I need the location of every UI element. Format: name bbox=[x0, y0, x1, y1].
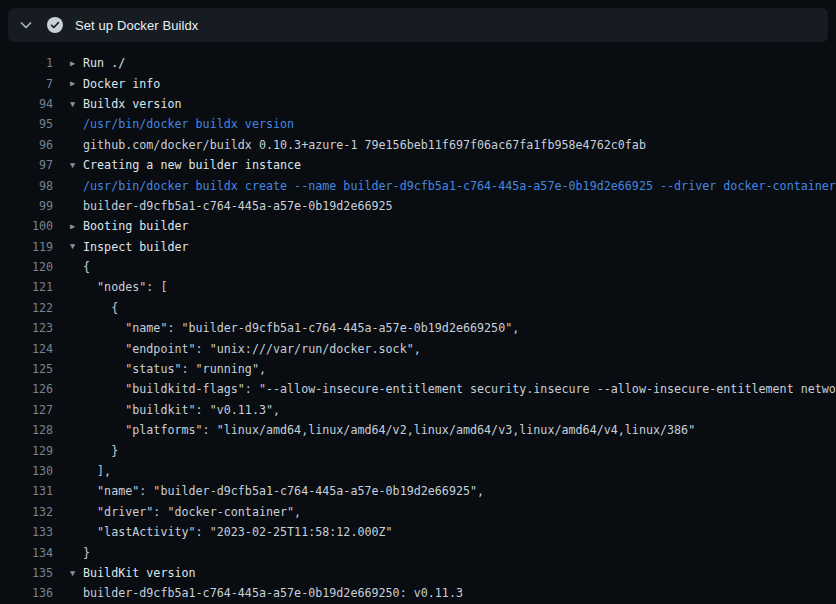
group-expanded-icon[interactable]: ▼ bbox=[70, 100, 83, 109]
line-number-link[interactable]: 94 bbox=[0, 97, 53, 111]
output-text: "name": "builder-d9cfb5a1-c764-445a-a57e… bbox=[83, 321, 519, 335]
group-label[interactable]: Booting builder bbox=[83, 219, 189, 233]
group-expanded-icon[interactable]: ▼ bbox=[70, 161, 83, 170]
line-number-link[interactable]: 7 bbox=[0, 77, 53, 91]
line-number-link[interactable]: 127 bbox=[0, 403, 53, 417]
group-collapsed-icon[interactable]: ▶ bbox=[70, 222, 83, 231]
output-text: "driver": "docker-container", bbox=[83, 505, 301, 519]
line-number-link[interactable]: 119 bbox=[0, 240, 53, 254]
line-number-link[interactable]: 99 bbox=[0, 199, 53, 213]
log-line: 125 "status": "running", bbox=[0, 359, 836, 379]
log-line: 7▶Docker info bbox=[0, 73, 836, 93]
line-number-link[interactable]: 95 bbox=[0, 117, 53, 131]
command-text: /usr/bin/docker buildx create --name bui… bbox=[83, 179, 836, 193]
line-number-link[interactable]: 100 bbox=[0, 219, 53, 233]
log-line: 94▼Buildx version bbox=[0, 94, 836, 114]
log-line: 96github.com/docker/buildx 0.10.3+azure-… bbox=[0, 135, 836, 155]
log-line: 1▶Run ./ bbox=[0, 53, 836, 73]
output-text: "lastActivity": "2023-02-25T11:58:12.000… bbox=[83, 525, 393, 539]
line-number-link[interactable]: 131 bbox=[0, 484, 53, 498]
chevron-down-icon[interactable] bbox=[18, 17, 34, 33]
log-line: 130 ], bbox=[0, 461, 836, 481]
line-number-link[interactable]: 126 bbox=[0, 382, 53, 396]
line-number-link[interactable]: 122 bbox=[0, 301, 53, 315]
log-viewer: 1▶Run ./7▶Docker info94▼Buildx version95… bbox=[0, 53, 836, 604]
output-text: "name": "builder-d9cfb5a1-c764-445a-a57e… bbox=[83, 484, 484, 498]
line-number-link[interactable]: 133 bbox=[0, 525, 53, 539]
step-title: Set up Docker Buildx bbox=[75, 18, 198, 33]
output-text: "status": "running", bbox=[83, 362, 266, 376]
group-label[interactable]: Docker info bbox=[83, 77, 160, 91]
log-line: 127 "buildkit": "v0.11.3", bbox=[0, 400, 836, 420]
log-line: 120{ bbox=[0, 257, 836, 277]
output-text: } bbox=[83, 444, 118, 458]
group-label[interactable]: Creating a new builder instance bbox=[83, 158, 301, 172]
log-line: 100▶Booting builder bbox=[0, 216, 836, 236]
log-line: 126 "buildkitd-flags": "--allow-insecure… bbox=[0, 379, 836, 399]
log-line: 124 "endpoint": "unix:///var/run/docker.… bbox=[0, 338, 836, 358]
group-label[interactable]: Run ./ bbox=[83, 56, 125, 70]
line-number-link[interactable]: 124 bbox=[0, 342, 53, 356]
step-header[interactable]: Set up Docker Buildx bbox=[8, 8, 828, 42]
log-line: 131 "name": "builder-d9cfb5a1-c764-445a-… bbox=[0, 481, 836, 501]
output-text: github.com/docker/buildx 0.10.3+azure-1 … bbox=[83, 138, 646, 152]
line-number-link[interactable]: 129 bbox=[0, 444, 53, 458]
line-number-link[interactable]: 97 bbox=[0, 158, 53, 172]
output-text: "platforms": "linux/amd64,linux/amd64/v2… bbox=[83, 423, 695, 437]
group-expanded-icon[interactable]: ▼ bbox=[70, 242, 83, 251]
line-number-link[interactable]: 96 bbox=[0, 138, 53, 152]
group-label[interactable]: BuildKit version bbox=[83, 566, 196, 580]
log-line: 133 "lastActivity": "2023-02-25T11:58:12… bbox=[0, 522, 836, 542]
log-line: 95/usr/bin/docker buildx version bbox=[0, 114, 836, 134]
log-line: 123 "name": "builder-d9cfb5a1-c764-445a-… bbox=[0, 318, 836, 338]
line-number-link[interactable]: 125 bbox=[0, 362, 53, 376]
log-line: 97▼Creating a new builder instance bbox=[0, 155, 836, 175]
log-line: 132 "driver": "docker-container", bbox=[0, 502, 836, 522]
line-number-link[interactable]: 121 bbox=[0, 280, 53, 294]
group-label[interactable]: Buildx version bbox=[83, 97, 182, 111]
line-number-link[interactable]: 134 bbox=[0, 546, 53, 560]
log-line: 119▼Inspect builder bbox=[0, 237, 836, 257]
output-text: } bbox=[83, 546, 90, 560]
output-text: { bbox=[83, 301, 118, 315]
line-number-link[interactable]: 98 bbox=[0, 179, 53, 193]
log-line: 134} bbox=[0, 542, 836, 562]
step-success-check-icon bbox=[47, 17, 63, 33]
line-number-link[interactable]: 128 bbox=[0, 423, 53, 437]
log-line: 122 { bbox=[0, 298, 836, 318]
output-text: { bbox=[83, 260, 90, 274]
log-line: 129 } bbox=[0, 440, 836, 460]
output-text: builder-d9cfb5a1-c764-445a-a57e-0b19d2e6… bbox=[83, 199, 393, 213]
line-number-link[interactable]: 130 bbox=[0, 464, 53, 478]
output-text: "nodes": [ bbox=[83, 280, 167, 294]
line-number-link[interactable]: 1 bbox=[0, 56, 53, 70]
group-collapsed-icon[interactable]: ▶ bbox=[70, 59, 83, 68]
log-line: 121 "nodes": [ bbox=[0, 277, 836, 297]
output-text: "endpoint": "unix:///var/run/docker.sock… bbox=[83, 342, 421, 356]
output-text: ], bbox=[83, 464, 111, 478]
line-number-link[interactable]: 132 bbox=[0, 505, 53, 519]
group-expanded-icon[interactable]: ▼ bbox=[70, 569, 83, 578]
log-line: 98/usr/bin/docker buildx create --name b… bbox=[0, 175, 836, 195]
log-line: 136builder-d9cfb5a1-c764-445a-a57e-0b19d… bbox=[0, 583, 836, 603]
log-line: 99builder-d9cfb5a1-c764-445a-a57e-0b19d2… bbox=[0, 196, 836, 216]
command-text: /usr/bin/docker buildx version bbox=[83, 117, 294, 131]
line-number-link[interactable]: 136 bbox=[0, 586, 53, 600]
line-number-link[interactable]: 120 bbox=[0, 260, 53, 274]
group-label[interactable]: Inspect builder bbox=[83, 240, 189, 254]
log-line: 128 "platforms": "linux/amd64,linux/amd6… bbox=[0, 420, 836, 440]
line-number-link[interactable]: 135 bbox=[0, 566, 53, 580]
log-line: 135▼BuildKit version bbox=[0, 563, 836, 583]
group-collapsed-icon[interactable]: ▶ bbox=[70, 79, 83, 88]
output-text: "buildkit": "v0.11.3", bbox=[83, 403, 280, 417]
output-text: "buildkitd-flags": "--allow-insecure-ent… bbox=[83, 382, 836, 396]
line-number-link[interactable]: 123 bbox=[0, 321, 53, 335]
output-text: builder-d9cfb5a1-c764-445a-a57e-0b19d2e6… bbox=[83, 586, 463, 600]
